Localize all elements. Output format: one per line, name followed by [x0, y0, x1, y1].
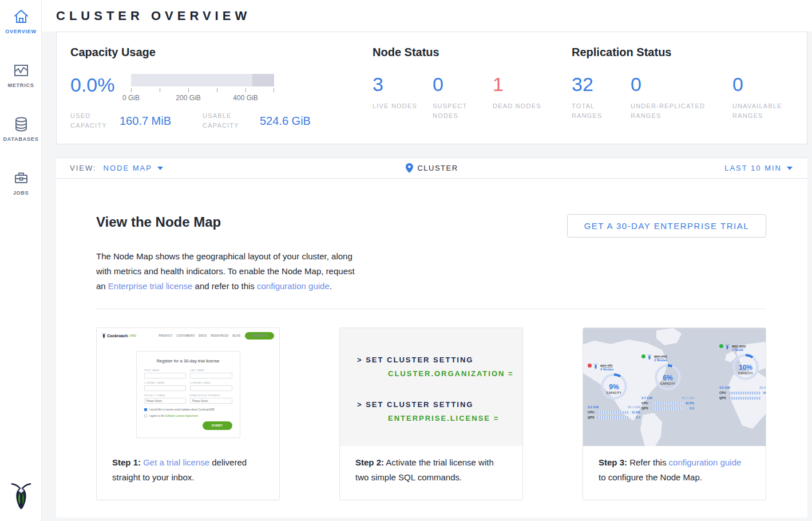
configuration-guide-link[interactable]: configuration guide — [257, 281, 330, 291]
checkbox-label: I would like to receive email updates ab… — [149, 408, 215, 411]
sidebar-item-jobs[interactable]: JOBS — [0, 161, 42, 203]
step-label: Step 2: — [355, 457, 384, 467]
nav-item: DOCS — [199, 334, 207, 337]
sidebar-item-databases[interactable]: DATABASES — [0, 108, 42, 149]
step1-caption: Step 1: Get a trial license delivered st… — [97, 446, 279, 500]
nav-item: BLOG — [232, 334, 240, 337]
field-label: FIRST NAME — [144, 369, 187, 372]
unavailable-ranges-label: UNAVAILABLE RANGES — [732, 101, 785, 121]
sql-setting: CLUSTER.ORGANIZATION = — [357, 367, 522, 381]
sidebar-item-label: METRICS — [0, 82, 42, 88]
sidebar-item-label: OVERVIEW — [0, 29, 42, 34]
usable-capacity-label: USABLE CAPACITY — [203, 111, 260, 131]
view-value: NODE MAP — [104, 164, 152, 172]
form-title: Register for a 30-day trial license — [144, 358, 232, 364]
field-label: COMPANY NAME — [144, 381, 187, 384]
used-capacity-value: 160.7 MiB — [120, 115, 203, 128]
enterprise-trial-button[interactable]: GET A 30-DAY ENTERPRISE TRIAL — [567, 214, 766, 238]
sidebar-item-label: JOBS — [0, 190, 42, 196]
dead-nodes-value: 1 — [493, 74, 553, 94]
under-replicated-ranges-stat: 0 UNDER-REPLICATED RANGES — [631, 74, 732, 121]
trial-registration-form: Register for a 30-day trial license FIRS… — [136, 351, 240, 438]
time-range-dropdown[interactable]: LAST 10 MIN — [724, 164, 807, 172]
total-ranges-label: TOTAL RANGES — [572, 101, 624, 121]
configuration-guide-link[interactable]: configuration guide — [669, 457, 742, 467]
caption-text: to configure the Node Map. — [599, 472, 702, 482]
first-name-field — [144, 373, 187, 378]
capacity-usage-title: Capacity Usage — [70, 46, 373, 59]
live-nodes-label: LIVE NODES — [373, 101, 425, 111]
unavailable-ranges-stat: 0 UNAVAILABLE RANGES — [732, 74, 807, 121]
reason-select: Please Select — [190, 398, 232, 404]
under-replicated-ranges-value: 0 — [631, 74, 732, 94]
breadcrumb-label: CLUSTER — [417, 164, 458, 172]
step2-code-snippet: > SET CLUSTER SETTING CLUSTER.ORGANIZATI… — [340, 328, 522, 446]
roach-icon — [593, 364, 599, 369]
roach-icon — [724, 344, 730, 350]
company-email-field — [190, 385, 232, 391]
view-toolbar: VIEW: NODE MAP CLUSTER LAST 10 MIN — [56, 157, 807, 179]
unavailable-ranges-value: 0 — [732, 74, 807, 94]
section-description: The Node Map shows the geographical layo… — [96, 249, 366, 294]
step1-card: Cockroach LABS PRODUCT CUSTOMERS DOCS RE… — [96, 327, 280, 500]
field-label: LAST NAME — [190, 369, 232, 372]
email-updates-checkbox — [144, 408, 147, 411]
status-dot-green — [719, 344, 723, 348]
gauge-tick-label: 400 GiB — [233, 94, 258, 102]
node-status-section: Node Status 3 LIVE NODES 0 SUSPECT NODES… — [373, 46, 572, 144]
cockroachdb-logo — [0, 482, 42, 513]
enterprise-trial-license-link[interactable]: Enterprise trial license — [108, 281, 193, 291]
sidebar-item-metrics[interactable]: METRICS — [0, 54, 42, 95]
step-label: Step 1: — [112, 457, 141, 467]
field-label: PROJECT PHASE — [144, 394, 187, 397]
suspect-nodes-stat: 0 SUSPECT NODES — [433, 74, 493, 121]
sql-command: > SET CLUSTER SETTING — [357, 398, 522, 412]
section-heading: View the Node Map — [96, 214, 221, 230]
status-dot-green — [641, 354, 645, 358]
breadcrumb[interactable]: CLUSTER — [405, 163, 458, 173]
time-range-value: LAST 10 MIN — [724, 164, 782, 172]
dead-nodes-label: DEAD NODES — [493, 101, 545, 111]
license-agreement-checkbox — [144, 415, 147, 417]
map-widget-geo-nyc: geo-nyc 2 Nodes 6% CAPACITY — [641, 354, 694, 410]
cluster-summary-card: Capacity Usage 0.0% 0 GiB 200 GiB 400 Gi… — [56, 31, 807, 144]
step3-caption: Step 3: Refer this configuration guide t… — [583, 446, 766, 500]
jobs-icon — [13, 169, 30, 187]
chevron-down-icon — [157, 167, 163, 170]
cockroach-labs-logo: Cockroach LABS — [102, 333, 136, 339]
sql-command: > SET CLUSTER SETTING — [357, 353, 522, 367]
description-text: . — [330, 281, 332, 291]
step3-card: geo-sfo 2 Nodes 9% CAPACITY — [583, 327, 766, 500]
map-widget-geo-sfo: geo-sfo 2 Nodes 9% CAPACITY — [588, 364, 640, 419]
total-ranges-value: 32 — [572, 74, 631, 94]
capacity-usage-section: Capacity Usage 0.0% 0 GiB 200 GiB 400 Gi… — [70, 46, 373, 144]
dead-nodes-stat: 1 DEAD NODES — [493, 74, 553, 121]
project-phase-select: Please Select — [144, 398, 187, 404]
page-title-bar: CLUSTER OVERVIEW — [42, 0, 812, 31]
location-pin-icon — [405, 163, 413, 173]
sidebar-item-overview[interactable]: OVERVIEW — [0, 0, 42, 41]
get-trial-license-link[interactable]: Get a trial license — [143, 457, 209, 467]
divider — [96, 309, 766, 309]
metrics-icon — [13, 62, 30, 79]
view-dropdown[interactable]: VIEW: NODE MAP — [56, 164, 163, 172]
company-name-field — [144, 385, 187, 391]
caption-text: Refer this — [629, 457, 666, 467]
status-dot-red — [588, 364, 592, 368]
license-agreement-link: Software License Agreement. — [165, 415, 199, 417]
checkbox-label: I agree to the — [149, 415, 165, 417]
step1-screenshot: Cockroach LABS PRODUCT CUSTOMERS DOCS RE… — [97, 328, 279, 446]
field-label: COMPANY EMAIL — [190, 381, 232, 384]
sql-setting: ENTERPRISE.LICENSE = — [357, 412, 522, 425]
submit-button: SUBMIT — [203, 421, 232, 430]
suspect-nodes-label: SUSPECT NODES — [433, 101, 485, 121]
node-map-preview: geo-sfo 2 Nodes 9% CAPACITY — [583, 328, 766, 446]
page-title: CLUSTER OVERVIEW — [56, 9, 251, 23]
suspect-nodes-value: 0 — [433, 74, 493, 94]
capacity-gauge: 0 GiB 200 GiB 400 GiB — [131, 74, 274, 103]
live-nodes-stat: 3 LIVE NODES — [373, 74, 433, 121]
home-icon — [13, 8, 30, 25]
chevron-down-icon — [787, 167, 793, 170]
nav-item: PRODUCT — [159, 334, 172, 337]
live-nodes-value: 3 — [373, 74, 433, 94]
